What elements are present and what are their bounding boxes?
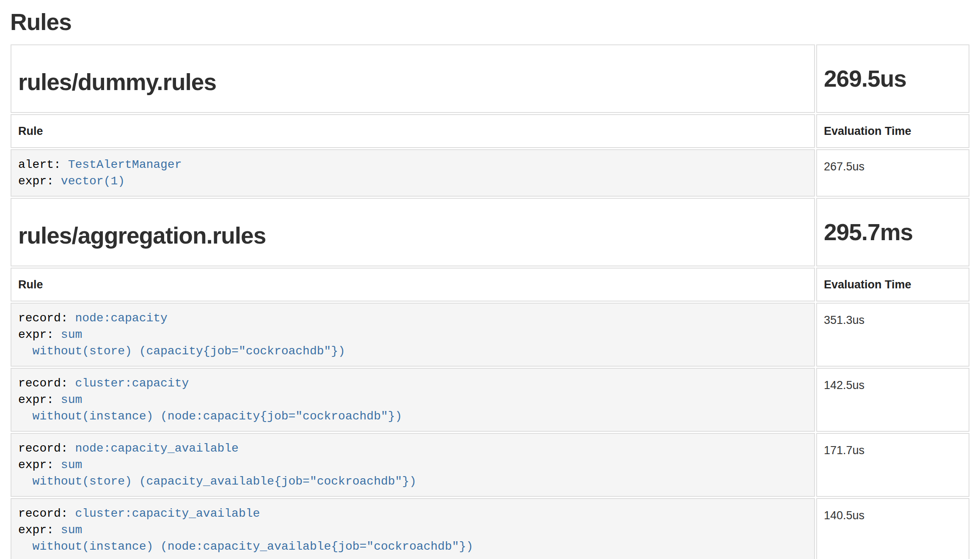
evaluation-time-column-header: Evaluation Time — [816, 268, 969, 301]
rule-code: alert: TestAlertManager expr: vector(1) — [18, 156, 807, 189]
rule-cell: record: cluster:capacity_available expr:… — [11, 498, 815, 559]
rule-expr-link[interactable]: sum without(instance) (node:capacity{job… — [18, 393, 402, 423]
rule-name-link[interactable]: TestAlertManager — [68, 158, 182, 171]
rule-expr-link[interactable]: vector(1) — [61, 175, 125, 188]
rule-name-link[interactable]: node:capacity — [75, 312, 167, 325]
rule-cell: record: node:capacity expr: sum without(… — [11, 303, 815, 367]
group-evaluation-time: 295.7ms — [824, 219, 962, 245]
group-heading-row: rules/dummy.rules 269.5us — [11, 44, 969, 113]
evaluation-time-column-header: Evaluation Time — [816, 114, 969, 148]
group-file-cell: rules/dummy.rules — [11, 44, 815, 113]
rules-table: rules/dummy.rules 269.5us Rule Evaluatio… — [9, 43, 971, 559]
rules-page: Rules rules/dummy.rules 269.5us Rule Eva… — [0, 8, 980, 559]
rule-row: record: node:capacity expr: sum without(… — [11, 303, 969, 367]
rule-expr-link[interactable]: sum without(store) (capacity_available{j… — [18, 458, 416, 488]
group-file-name: rules/aggregation.rules — [18, 222, 807, 249]
rule-row: record: cluster:capacity expr: sum witho… — [11, 368, 969, 432]
rule-key-record: record: — [18, 507, 75, 520]
group-heading-row: rules/aggregation.rules 295.7ms — [11, 198, 969, 266]
group-evaluation-time: 269.5us — [824, 66, 962, 92]
rule-expr-link[interactable]: sum without(instance) (node:capacity_ava… — [18, 523, 473, 553]
rule-name-link[interactable]: cluster:capacity_available — [75, 507, 260, 520]
rule-name-link[interactable]: node:capacity_available — [75, 442, 238, 455]
rule-key-alert: alert: — [18, 158, 68, 171]
columns-header-row: Rule Evaluation Time — [11, 268, 969, 301]
rule-row: record: node:capacity_available expr: su… — [11, 433, 969, 497]
rule-cell: alert: TestAlertManager expr: vector(1) — [11, 149, 815, 197]
rule-name-link[interactable]: cluster:capacity — [75, 377, 189, 390]
rule-key-expr: expr: — [18, 458, 61, 471]
rule-evaluation-time: 351.3us — [816, 303, 969, 367]
rule-key-expr: expr: — [18, 523, 61, 537]
rule-key-expr: expr: — [18, 328, 61, 341]
rule-evaluation-time: 267.5us — [816, 149, 969, 197]
rule-key-expr: expr: — [18, 175, 61, 188]
rule-key-expr: expr: — [18, 393, 61, 406]
group-evaluation-time-cell: 269.5us — [816, 44, 969, 113]
rule-cell: record: cluster:capacity expr: sum witho… — [11, 368, 815, 432]
group-evaluation-time-cell: 295.7ms — [816, 198, 969, 266]
rule-expr-link[interactable]: sum without(store) (capacity{job="cockro… — [18, 328, 345, 358]
rule-evaluation-time: 140.5us — [816, 498, 969, 559]
rule-evaluation-time: 142.5us — [816, 368, 969, 432]
group-file-cell: rules/aggregation.rules — [11, 198, 815, 266]
page-title: Rules — [10, 8, 971, 36]
rule-evaluation-time: 171.7us — [816, 433, 969, 497]
columns-header-row: Rule Evaluation Time — [11, 114, 969, 148]
rule-code: record: cluster:capacity_available expr:… — [18, 505, 807, 555]
rule-column-header: Rule — [11, 114, 815, 148]
rule-code: record: node:capacity_available expr: su… — [18, 440, 807, 490]
rule-key-record: record: — [18, 377, 75, 390]
rule-code: record: node:capacity expr: sum without(… — [18, 310, 807, 359]
rule-row: alert: TestAlertManager expr: vector(1) … — [11, 149, 969, 197]
rule-cell: record: node:capacity_available expr: su… — [11, 433, 815, 497]
rule-code: record: cluster:capacity expr: sum witho… — [18, 375, 807, 425]
rule-column-header: Rule — [11, 268, 815, 301]
rule-key-record: record: — [18, 442, 75, 455]
rule-key-record: record: — [18, 312, 75, 325]
group-file-name: rules/dummy.rules — [18, 69, 807, 95]
rule-row: record: cluster:capacity_available expr:… — [11, 498, 969, 559]
